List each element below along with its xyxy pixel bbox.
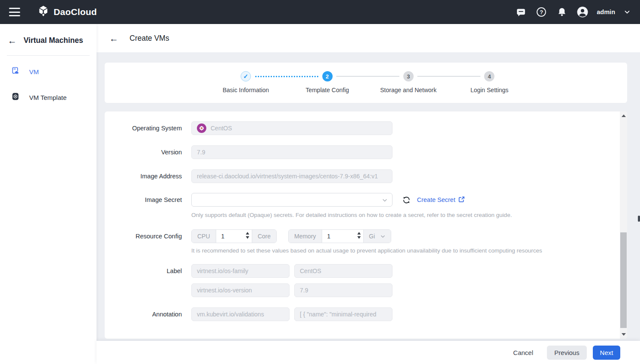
resource-config-help: It is recommended to set these values ba… bbox=[191, 247, 620, 254]
sidebar-item-vm[interactable]: VM bbox=[0, 62, 97, 81]
window-scrollbar-thumb[interactable] bbox=[638, 216, 640, 222]
cpu-suffix: Core bbox=[252, 230, 276, 243]
template-config-form: Operating System bbox=[105, 111, 627, 339]
label-value-field: CentOS bbox=[294, 264, 392, 278]
cpu-group: CPU Core bbox=[191, 229, 277, 243]
spin-down-icon[interactable] bbox=[246, 236, 249, 239]
messages-icon[interactable] bbox=[513, 5, 528, 19]
image-secret-label: Image Secret bbox=[105, 196, 182, 203]
vm-template-icon bbox=[11, 92, 20, 102]
step-label: Template Config bbox=[305, 87, 349, 93]
step-login-settings[interactable]: 4 Login Settings bbox=[471, 71, 509, 93]
sidebar-item-vm-label: VM bbox=[29, 68, 39, 75]
operating-system-label: Operating System bbox=[105, 125, 182, 132]
label-value-field: 7.9 bbox=[294, 283, 392, 297]
memory-spinner[interactable] bbox=[357, 232, 361, 239]
sidebar-title: Virtual Machines bbox=[24, 36, 83, 45]
step-template-config[interactable]: 2 Template Config bbox=[305, 71, 349, 93]
annotation-row: Annotation vm.kubevirt.io/validations [ … bbox=[105, 307, 620, 321]
image-address-field: release-ci.daocloud.io/virtnest/system-i… bbox=[191, 169, 392, 183]
topbar: DaoCloud ? admin bbox=[0, 0, 640, 24]
sidebar-item-vm-template[interactable]: VM Template bbox=[0, 87, 97, 107]
page-back-icon[interactable]: ← bbox=[109, 34, 118, 43]
version-value: 7.9 bbox=[197, 149, 205, 156]
resource-config-label: Resource Config bbox=[105, 233, 182, 240]
username: admin bbox=[597, 9, 615, 15]
refresh-icon[interactable] bbox=[402, 196, 411, 205]
next-button[interactable]: Next bbox=[593, 346, 620, 360]
image-secret-row: Image Secret bbox=[105, 193, 620, 207]
memory-prefix: Memory bbox=[289, 230, 322, 243]
centos-logo-icon bbox=[197, 123, 206, 133]
cpu-spinner[interactable] bbox=[246, 232, 249, 239]
image-address-label: Image Address bbox=[105, 173, 182, 180]
label-row-1: Label virtnest.io/os-family CentOS bbox=[105, 264, 620, 278]
operating-system-value: CentOS bbox=[211, 125, 232, 132]
chevron-down-icon bbox=[382, 197, 388, 205]
spin-up-icon[interactable] bbox=[246, 232, 249, 235]
memory-unit-select[interactable]: Gi bbox=[363, 230, 391, 243]
sidebar-divider bbox=[7, 55, 90, 56]
spin-up-icon[interactable] bbox=[357, 232, 361, 235]
spin-down-icon[interactable] bbox=[357, 236, 361, 239]
annotation-key-value: vm.kubevirt.io/validations bbox=[197, 311, 264, 318]
brand[interactable]: DaoCloud bbox=[37, 5, 97, 19]
help-icon[interactable]: ? bbox=[534, 5, 549, 19]
operating-system-row: Operating System bbox=[105, 121, 620, 135]
page-header: ← Create VMs bbox=[97, 24, 640, 52]
label-key-field: virtnest.io/os-version bbox=[191, 283, 290, 297]
step-label: Storage and Network bbox=[380, 87, 437, 93]
step-check-icon: ✓ bbox=[241, 71, 251, 81]
vm-icon bbox=[11, 66, 20, 77]
step-number: 4 bbox=[484, 71, 495, 81]
brand-name: DaoCloud bbox=[54, 7, 97, 17]
version-field: 7.9 bbox=[191, 145, 392, 159]
label-row-2: virtnest.io/os-version 7.9 bbox=[105, 283, 620, 297]
sidebar-back-icon[interactable]: ← bbox=[8, 36, 17, 45]
menu-icon[interactable] bbox=[9, 8, 20, 16]
label-key-value: virtnest.io/os-family bbox=[197, 268, 248, 274]
step-number: 3 bbox=[403, 71, 414, 81]
avatar[interactable] bbox=[575, 5, 590, 19]
annotation-label: Annotation bbox=[105, 311, 182, 318]
label-value-value: 7.9 bbox=[300, 287, 308, 294]
label-field-label: Label bbox=[105, 268, 182, 274]
scrollbar-thumb[interactable] bbox=[620, 232, 627, 328]
chevron-down-icon bbox=[380, 234, 386, 239]
sidebar-item-vm-template-label: VM Template bbox=[29, 94, 66, 101]
annotation-value-field: [ { "name": "minimal-required bbox=[294, 307, 392, 321]
create-secret-label: Create Secret bbox=[417, 196, 455, 203]
scroll-down-icon[interactable] bbox=[620, 331, 627, 338]
image-secret-input[interactable] bbox=[192, 193, 392, 206]
image-secret-select[interactable] bbox=[191, 193, 392, 207]
daocloud-logo-icon bbox=[37, 5, 49, 19]
image-address-value: release-ci.daocloud.io/virtnest/system-i… bbox=[197, 173, 378, 180]
label-key-value: virtnest.io/os-version bbox=[197, 287, 252, 294]
cpu-prefix: CPU bbox=[192, 230, 216, 243]
stepper-card: ✓ Basic Information 2 Template Config 3 … bbox=[105, 63, 627, 103]
stepper: ✓ Basic Information 2 Template Config 3 … bbox=[105, 63, 627, 103]
version-row: Version 7.9 bbox=[105, 145, 620, 159]
notifications-icon[interactable] bbox=[555, 5, 569, 19]
memory-unit-value: Gi bbox=[369, 233, 375, 240]
sidebar: ← Virtual Machines VM VM Template bbox=[0, 24, 97, 364]
scroll-up-icon[interactable] bbox=[620, 112, 627, 119]
operating-system-field: CentOS bbox=[191, 121, 392, 135]
footer-action-bar: Cancel Previous Next bbox=[97, 341, 640, 364]
user-menu-chevron-icon[interactable] bbox=[624, 9, 631, 15]
external-link-icon bbox=[458, 196, 465, 204]
step-storage-and-network[interactable]: 3 Storage and Network bbox=[380, 71, 437, 93]
version-label: Version bbox=[105, 149, 182, 156]
create-secret-link[interactable]: Create Secret bbox=[417, 196, 465, 204]
step-number: 2 bbox=[322, 71, 332, 81]
page-title: Create VMs bbox=[130, 34, 169, 43]
form-scrollbar[interactable] bbox=[620, 111, 627, 339]
step-basic-information[interactable]: ✓ Basic Information bbox=[223, 71, 269, 93]
memory-group: Memory Gi bbox=[288, 229, 391, 243]
cancel-button[interactable]: Cancel bbox=[505, 346, 541, 360]
resource-config-row: Resource Config CPU Core Memory bbox=[105, 229, 620, 243]
previous-button[interactable]: Previous bbox=[547, 346, 587, 360]
help-glyph: ? bbox=[540, 9, 543, 15]
step-label: Login Settings bbox=[471, 87, 509, 93]
image-secret-help: Only supports default (Opaque) secrets. … bbox=[191, 212, 620, 218]
